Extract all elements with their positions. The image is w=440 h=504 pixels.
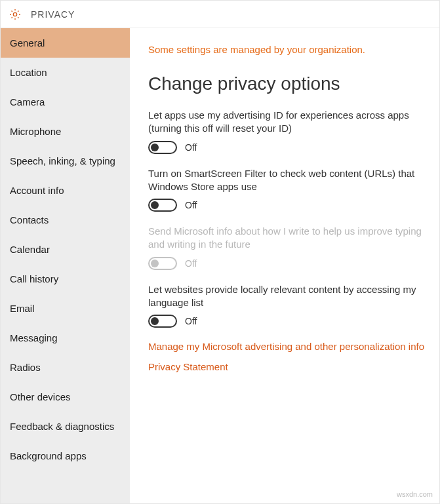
- sidebar-item-messaging[interactable]: Messaging: [1, 323, 130, 353]
- sidebar-item-label: Radios: [10, 362, 41, 373]
- link-privacy-statement[interactable]: Privacy Statement: [148, 361, 428, 372]
- sidebar-item-feedback-diagnostics[interactable]: Feedback & diagnostics: [1, 412, 130, 441]
- sidebar-item-background-apps[interactable]: Background apps: [1, 441, 130, 471]
- setting-label: Send Microsoft info about how I write to…: [148, 225, 428, 252]
- toggle-state: Off: [185, 258, 197, 269]
- toggle-language-list[interactable]: [148, 315, 177, 328]
- content: Some settings are managed by your organi…: [130, 28, 439, 503]
- toggle-knob-icon: [151, 201, 159, 209]
- toggle-knob-icon: [151, 260, 159, 267]
- sidebar-item-account-info[interactable]: Account info: [1, 176, 130, 205]
- sidebar-item-label: Messaging: [10, 332, 58, 343]
- managed-notice: Some settings are managed by your organi…: [148, 44, 428, 55]
- setting-label: Turn on SmartScreen Filter to check web …: [148, 167, 428, 194]
- toggle-knob-icon: [151, 144, 159, 151]
- toggle-state: Off: [185, 200, 197, 210]
- sidebar-item-email[interactable]: Email: [1, 294, 130, 323]
- sidebar-item-speech-inking-typing[interactable]: Speech, inking, & typing: [1, 146, 130, 176]
- toggle-row: Off: [148, 315, 428, 328]
- setting-send-typing-info: Send Microsoft info about how I write to…: [148, 225, 428, 270]
- sidebar-item-label: General: [10, 37, 45, 48]
- sidebar-item-label: Other devices: [10, 391, 71, 402]
- sidebar-item-radios[interactable]: Radios: [1, 353, 130, 382]
- sidebar-item-label: Microphone: [10, 126, 61, 137]
- sidebar-item-label: Speech, inking, & typing: [10, 155, 115, 166]
- header: PRIVACY: [1, 1, 439, 28]
- sidebar-item-general[interactable]: General: [1, 28, 130, 58]
- toggle-advertising-id[interactable]: [148, 141, 177, 154]
- setting-language-list: Let websites provide locally relevant co…: [148, 283, 428, 328]
- toggle-row: Off: [148, 141, 428, 154]
- page-title: PRIVACY: [31, 9, 75, 20]
- sidebar-item-label: Feedback & diagnostics: [10, 421, 114, 432]
- toggle-smartscreen[interactable]: [148, 199, 177, 212]
- content-heading: Change privacy options: [148, 73, 428, 94]
- sidebar-item-label: Call history: [10, 273, 58, 284]
- watermark: wsxdn.com: [397, 490, 433, 498]
- sidebar-item-label: Camera: [10, 96, 45, 107]
- sidebar-item-label: Calendar: [10, 244, 50, 255]
- sidebar: General Location Camera Microphone Speec…: [1, 28, 130, 503]
- toggle-row: Off: [148, 257, 428, 270]
- sidebar-item-label: Email: [10, 303, 35, 314]
- sidebar-item-microphone[interactable]: Microphone: [1, 117, 130, 146]
- toggle-row: Off: [148, 199, 428, 212]
- toggle-state: Off: [185, 142, 197, 153]
- sidebar-item-contacts[interactable]: Contacts: [1, 205, 130, 235]
- setting-label: Let apps use my advertising ID for exper…: [148, 109, 428, 136]
- sidebar-item-label: Location: [10, 67, 47, 78]
- sidebar-item-label: Contacts: [10, 214, 49, 225]
- svg-point-0: [13, 12, 16, 16]
- sidebar-item-label: Background apps: [10, 450, 87, 461]
- settings-app: PRIVACY General Location Camera Micropho…: [0, 0, 440, 504]
- sidebar-item-label: Account info: [10, 185, 64, 196]
- sidebar-item-other-devices[interactable]: Other devices: [1, 382, 130, 412]
- toggle-knob-icon: [151, 317, 159, 325]
- toggle-send-typing-info: [148, 257, 177, 270]
- sidebar-item-calendar[interactable]: Calendar: [1, 235, 130, 264]
- setting-smartscreen: Turn on SmartScreen Filter to check web …: [148, 167, 428, 212]
- body: General Location Camera Microphone Speec…: [1, 28, 439, 503]
- toggle-state: Off: [185, 316, 197, 326]
- gear-icon: [9, 8, 22, 21]
- link-manage-advertising[interactable]: Manage my Microsoft advertising and othe…: [148, 341, 428, 352]
- sidebar-item-camera[interactable]: Camera: [1, 87, 130, 117]
- setting-advertising-id: Let apps use my advertising ID for exper…: [148, 109, 428, 154]
- sidebar-item-location[interactable]: Location: [1, 58, 130, 87]
- setting-label: Let websites provide locally relevant co…: [148, 283, 428, 310]
- sidebar-item-call-history[interactable]: Call history: [1, 264, 130, 294]
